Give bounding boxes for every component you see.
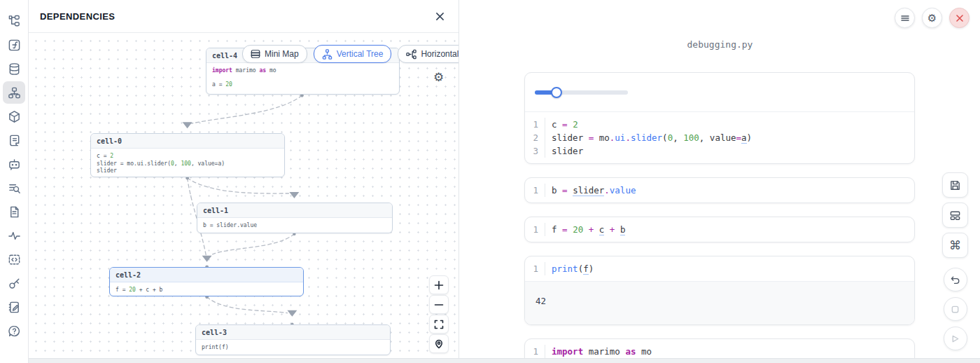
- function-icon[interactable]: [3, 34, 25, 56]
- code-token: 20: [225, 81, 232, 88]
- code-token: slider: [552, 146, 583, 156]
- line-number: 1: [525, 262, 545, 275]
- snippets-icon[interactable]: [3, 248, 25, 270]
- code-token: mo: [266, 67, 276, 74]
- graph-zoom-controls: [429, 275, 449, 353]
- save-button[interactable]: [942, 172, 968, 198]
- cell-output-slider-row: [525, 73, 914, 111]
- dependencies-header: DEPENDENCIES: [29, 0, 458, 33]
- menu-button[interactable]: [895, 8, 915, 28]
- graph-code-line: print(f): [202, 344, 384, 352]
- dependency-edge: [188, 178, 289, 193]
- ui-slider[interactable]: [535, 87, 628, 98]
- graph-node-title: cell-3: [196, 325, 390, 340]
- code-token: a: [741, 132, 747, 144]
- close-icon: [955, 14, 964, 22]
- code-token: [615, 224, 620, 235]
- notebook-topbar: ⚙: [895, 8, 969, 28]
- tree-icon[interactable]: [3, 10, 25, 32]
- code-token: mo: [636, 346, 652, 357]
- code-token: 2: [110, 153, 113, 159]
- view-button-horizontal-tree[interactable]: Horizontal Tree: [398, 45, 458, 63]
- center-selection-button[interactable]: [429, 334, 449, 353]
- code-token: c =: [97, 153, 110, 159]
- graph-code-line: a = 20: [212, 81, 393, 89]
- code-token: ,: [673, 132, 683, 143]
- package-icon[interactable]: [3, 105, 25, 128]
- close-panel-icon[interactable]: [432, 8, 447, 24]
- code-token: print: [552, 263, 578, 274]
- marimo-app: DEPENDENCIES: [0, 0, 980, 363]
- cell-editor[interactable]: 1f = 20 + c + b: [525, 217, 914, 242]
- view-button-mini-map[interactable]: Mini Map: [242, 45, 307, 63]
- cell-editor[interactable]: 1print(f): [525, 256, 914, 281]
- chat-icon[interactable]: [3, 153, 25, 175]
- run-button[interactable]: [944, 327, 967, 350]
- graph-settings-gear-icon[interactable]: ⚙: [432, 71, 445, 84]
- notebook-filename: debugging.py: [460, 39, 980, 50]
- code-token: slider: [573, 185, 604, 196]
- code-token: b: [552, 185, 562, 196]
- slider-thumb[interactable]: [551, 87, 562, 98]
- zoom-out-button[interactable]: [429, 295, 449, 314]
- document-icon[interactable]: [3, 200, 25, 223]
- code-token: 2: [573, 119, 578, 130]
- shutdown-button[interactable]: [949, 8, 969, 28]
- key-icon[interactable]: [3, 272, 25, 294]
- fit-view-button[interactable]: [429, 315, 449, 334]
- code-token: b: [620, 224, 626, 235]
- scratchpad-icon[interactable]: [3, 296, 25, 318]
- zoom-in-button[interactable]: [429, 275, 449, 294]
- notebook-actions: ⌘: [942, 172, 968, 356]
- code-token: f =: [115, 287, 129, 293]
- graph-code-line: f = 20 + c + b: [115, 287, 298, 294]
- print-cell: 1print(f)42: [524, 256, 915, 325]
- b-cell: 1b = slider.value: [524, 177, 915, 203]
- graph-node-cell-1[interactable]: cell-1b = slider.value: [197, 203, 393, 233]
- code-token: 20: [129, 287, 136, 293]
- code-line: 1print(f): [525, 262, 914, 275]
- graph-node-title: cell-2: [110, 268, 303, 282]
- graph-node-cell-3[interactable]: cell-3print(f): [195, 324, 391, 355]
- dependency-graph-canvas[interactable]: cell-4import marimo as moa = 20cell-0c =…: [29, 34, 458, 358]
- graph-node-code: print(f): [196, 340, 390, 355]
- shortcuts-button[interactable]: ⌘: [942, 233, 968, 258]
- scroll-icon[interactable]: [3, 129, 25, 151]
- graph-node-cell-0[interactable]: cell-0c = 2slider = mo.ui.slider(0, 100,…: [90, 133, 285, 177]
- mini-map-icon: [251, 49, 260, 59]
- code-token: (: [662, 132, 668, 143]
- code-token: value: [610, 185, 636, 196]
- code-token: , value=a): [191, 160, 225, 167]
- view-button-vertical-tree[interactable]: Vertical Tree: [314, 45, 392, 63]
- stop-button[interactable]: [944, 297, 967, 321]
- settings-button[interactable]: ⚙: [922, 8, 942, 28]
- graph-node-cell-2[interactable]: cell-2f = 20 + c + b: [109, 267, 304, 296]
- code-token: slider = mo.ui.slider(: [97, 160, 171, 167]
- code-line: 1b = slider.value: [525, 184, 914, 197]
- code-token: ): [747, 132, 752, 143]
- undo-button[interactable]: [944, 268, 967, 292]
- code-token: value: [710, 132, 736, 143]
- code-source: b = slider.value: [545, 184, 636, 197]
- layout-button[interactable]: [942, 203, 968, 228]
- dependency-graph-icon[interactable]: [3, 81, 25, 104]
- slider-cell: 1c = 22slider = mo.ui.slider(0, 100, val…: [524, 72, 915, 164]
- code-token: =: [562, 185, 573, 196]
- icon-sidebar: [0, 0, 29, 363]
- code-token: a =: [212, 81, 225, 88]
- search-list-icon[interactable]: [3, 177, 25, 199]
- code-line: 3slider: [525, 144, 914, 158]
- activity-icon[interactable]: [3, 224, 25, 247]
- gear-icon: ⚙: [927, 12, 937, 25]
- layout-icon: [949, 210, 961, 221]
- graph-code-line: b = slider.value: [203, 222, 386, 230]
- cell-editor[interactable]: 1b = slider.value: [525, 178, 914, 203]
- floppy-icon: [949, 179, 961, 191]
- database-icon[interactable]: [3, 57, 25, 80]
- cell-editor[interactable]: 1c = 22slider = mo.ui.slider(0, 100, val…: [525, 111, 914, 163]
- help-icon[interactable]: [3, 320, 25, 342]
- code-token: slider: [552, 132, 589, 143]
- line-number: 1: [525, 223, 545, 236]
- line-number: 3: [525, 144, 545, 158]
- stop-icon: [951, 305, 960, 314]
